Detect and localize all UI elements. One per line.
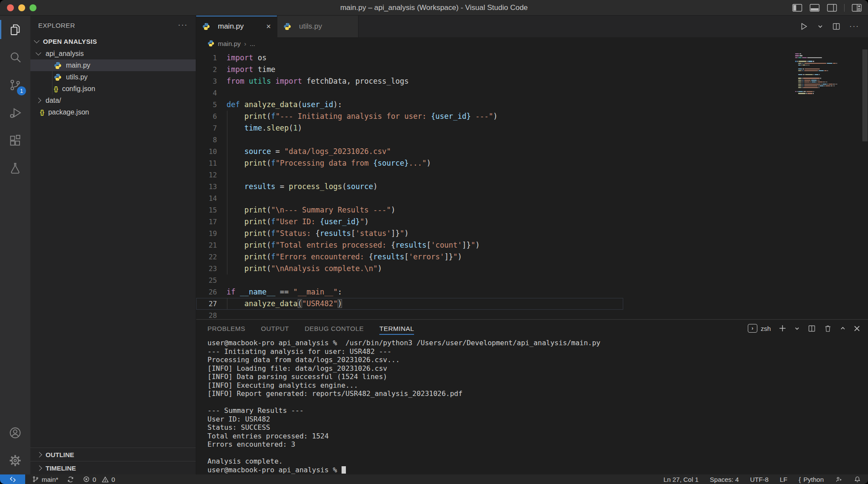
git-branch-status[interactable]: main* <box>32 476 58 483</box>
line-number: 17 <box>196 216 227 228</box>
notifications-bell-icon[interactable] <box>854 476 861 483</box>
indent-guide <box>227 228 227 239</box>
language-mode-status[interactable]: { Python <box>799 476 824 483</box>
code-line-22[interactable]: 22 print(f"Errors encountered: {results[… <box>196 251 868 263</box>
close-window-button[interactable] <box>7 4 14 11</box>
source-control-activity-button[interactable]: 1 <box>0 71 30 99</box>
encoding-status[interactable]: UTF-8 <box>750 476 769 483</box>
tree-item-data[interactable]: data/ <box>30 95 196 106</box>
code-line-2[interactable]: 2import time <box>196 64 868 75</box>
code-line-8[interactable]: 8 <box>196 134 868 146</box>
close-icon[interactable]: × <box>266 22 271 31</box>
minimap[interactable] <box>795 53 860 96</box>
new-terminal-icon[interactable] <box>779 324 786 332</box>
breadcrumb[interactable]: main.py › ... <box>196 37 868 49</box>
maximize-panel-chevron-up-icon[interactable] <box>840 325 846 331</box>
panel-tab-output[interactable]: OUTPUT <box>261 320 289 337</box>
timeline-section[interactable]: TIMELINE <box>30 461 196 474</box>
customize-layout-icon[interactable] <box>852 3 862 12</box>
line-number: 12 <box>196 169 227 181</box>
split-terminal-icon[interactable] <box>808 324 816 333</box>
code-line-15[interactable]: 15 print("\n--- Summary Results ---") <box>196 204 868 216</box>
run-debug-activity-button[interactable] <box>0 99 30 127</box>
eol-status[interactable]: LF <box>780 476 788 483</box>
language-brace-icon: { <box>799 476 801 483</box>
code-line-26[interactable]: 26if __name__ == "__main__": <box>196 286 868 298</box>
code-line-21[interactable]: 21 print(f"Total entries processed: {res… <box>196 239 868 251</box>
code-editor[interactable]: 1import os2import time3from utils import… <box>196 49 868 319</box>
terminal-line: user@macbook-pro api_analysis % /usr/bin… <box>207 339 868 347</box>
minimize-window-button[interactable] <box>18 4 25 11</box>
kill-terminal-trash-icon[interactable] <box>824 324 832 333</box>
tree-item-main-py[interactable]: main.py <box>30 59 196 71</box>
terminal-output[interactable]: user@macbook-pro api_analysis % /usr/bin… <box>196 337 868 474</box>
panel-tab-problems[interactable]: PROBLEMS <box>207 320 245 337</box>
accounts-activity-button[interactable] <box>0 419 30 447</box>
code-line-6[interactable]: 6 print(f"--- Initiating analysis for us… <box>196 111 868 122</box>
code-line-25[interactable]: 25 <box>196 275 868 286</box>
more-actions-icon[interactable]: ··· <box>849 22 859 31</box>
split-editor-icon[interactable] <box>832 22 841 31</box>
code-line-12[interactable]: 12 <box>196 169 868 181</box>
cursor-position-status[interactable]: Ln 27, Col 1 <box>664 476 699 483</box>
tree-item-config-json[interactable]: {}config.json <box>30 83 196 95</box>
settings-activity-button[interactable] <box>0 447 30 474</box>
code-line-17[interactable]: 17 print(f"User ID: {user_id}") <box>196 216 868 228</box>
tree-item-api-analysis[interactable]: api_analysis <box>30 48 196 59</box>
indent-guide <box>227 216 227 228</box>
terminal-line: [INFO] Report generated: reports/USR482_… <box>207 389 868 398</box>
outline-section[interactable]: OUTLINE <box>30 448 196 461</box>
line-number: 7 <box>196 122 227 134</box>
code-line-11[interactable]: 11 print(f"Processing data from {source}… <box>196 157 868 169</box>
editor-scrollbar[interactable] <box>862 49 868 141</box>
feedback-icon[interactable] <box>835 476 842 483</box>
code-line-13[interactable]: 13 results = process_logs(source) <box>196 181 868 193</box>
close-panel-icon[interactable] <box>854 325 860 332</box>
remote-icon <box>9 476 16 483</box>
panel-tab-debug-contole[interactable]: DEBUG CONTOLE <box>305 320 364 337</box>
toggle-sidebar-icon[interactable] <box>792 3 802 12</box>
tab-utils-py[interactable]: utils.py <box>277 16 358 37</box>
code-lines: 1import os2import time3from utils import… <box>196 49 868 319</box>
code-line-27[interactable]: 27 analyze_data("USR482") <box>196 298 868 310</box>
remote-indicator[interactable] <box>0 474 25 484</box>
vscode-window: main.py – api_analysis (Workspace) - Vis… <box>0 0 868 484</box>
code-line-23[interactable]: 23 print("\nAnalysis complete.\n") <box>196 263 868 275</box>
search-activity-button[interactable] <box>0 43 30 71</box>
toggle-panel-icon[interactable] <box>809 3 820 12</box>
panel-tab-terminal[interactable]: TERMINAL <box>379 320 414 337</box>
code-line-19[interactable]: 19 print(f"Status: {results['status']}") <box>196 228 868 239</box>
code-line-14[interactable]: 14 <box>196 193 868 204</box>
indent-guide <box>227 111 227 122</box>
sync-icon <box>67 476 74 483</box>
problems-status[interactable]: 0 0 <box>83 476 115 483</box>
tab-main-py[interactable]: main.py × <box>196 16 277 37</box>
tree-item-package-json[interactable]: {}package.json <box>30 106 196 118</box>
terminal-line: User ID: USR482 <box>207 415 868 424</box>
tree-item-utils-py[interactable]: utils.py <box>30 71 196 83</box>
run-dropdown-chevron-icon[interactable] <box>817 23 823 29</box>
divider <box>844 4 845 12</box>
layout-controls <box>792 0 862 16</box>
indentation-status[interactable]: Spaces: 4 <box>710 476 739 483</box>
code-line-7[interactable]: 7 time.sleep(1) <box>196 122 868 134</box>
run-python-file-icon[interactable] <box>799 22 809 31</box>
extensions-activity-button[interactable] <box>0 127 30 154</box>
explorer-activity-button[interactable] <box>0 16 30 43</box>
code-line-3[interactable]: 3from utils import fetchData, process_lo… <box>196 75 868 87</box>
testing-activity-button[interactable] <box>0 154 30 182</box>
toggle-secondary-sidebar-icon[interactable] <box>827 3 837 12</box>
line-number: 19 <box>196 228 227 239</box>
terminal-shell-selector[interactable]: › zsh <box>748 324 771 333</box>
terminal-dropdown-chevron-icon[interactable] <box>794 326 800 331</box>
explorer-more-actions-icon[interactable]: ··· <box>178 21 188 29</box>
code-line-10[interactable]: 10 source = "data/logs_20231026.csv" <box>196 146 868 157</box>
code-line-4[interactable]: 4 <box>196 87 868 99</box>
code-line-1[interactable]: 1import os <box>196 52 868 64</box>
workspace-section-header[interactable]: OPEN ANALYSIS <box>30 35 196 48</box>
error-icon <box>83 476 90 483</box>
zoom-window-button[interactable] <box>30 4 36 11</box>
sync-changes-button[interactable] <box>67 476 74 483</box>
code-line-28[interactable]: 28 <box>196 310 868 319</box>
code-line-5[interactable]: 5def analyze_data(user_id): <box>196 99 868 111</box>
